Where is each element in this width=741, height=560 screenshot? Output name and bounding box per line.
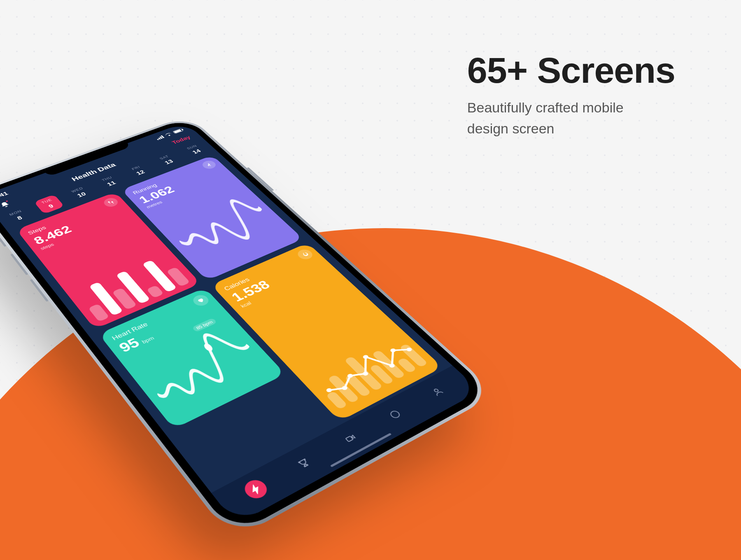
tab-profile[interactable] [423, 381, 452, 402]
steps-bar-chart [75, 254, 190, 322]
card-title: Heart Rate [110, 296, 207, 342]
signal-icon [155, 135, 164, 140]
trophy-icon [296, 457, 312, 470]
card-value: 95 [117, 336, 142, 355]
day-fri[interactable]: FRI12 [124, 161, 154, 180]
svg-point-0 [203, 343, 214, 352]
svg-point-11 [433, 389, 439, 392]
tab-activity[interactable] [240, 477, 271, 502]
card-heart-rate[interactable]: Heart Rate 95 bpm 85 bpm [98, 287, 285, 429]
peak-label: 85 bpm [191, 318, 217, 332]
subhead: Beautifully crafted mobile design screen [467, 97, 675, 139]
marketing-copy: 65+ Screens Beautifully crafted mobile d… [467, 49, 675, 139]
canvas: 65+ Screens Beautifully crafted mobile d… [0, 0, 741, 560]
calories-combo-chart [305, 331, 431, 413]
svg-point-5 [362, 354, 369, 359]
day-mon[interactable]: MON8 [2, 206, 33, 226]
phone-scene: 9:41 Health Da [62, 25, 350, 544]
heart-icon [190, 293, 211, 308]
day-wed[interactable]: WED10 [65, 183, 95, 203]
headline: 65+ Screens [467, 49, 675, 91]
wifi-icon [164, 132, 173, 137]
svg-point-10 [389, 410, 401, 419]
svg-point-8 [405, 347, 413, 352]
user-icon [430, 386, 445, 397]
card-unit: bpm [140, 335, 155, 345]
heart-line-chart: 85 bpm [128, 316, 274, 420]
bolt-icon [247, 483, 264, 496]
svg-rect-9 [346, 436, 353, 442]
tab-trophy[interactable] [289, 451, 319, 475]
day-sun[interactable]: SUN14 [180, 141, 210, 159]
day-sat[interactable]: SAT13 [152, 151, 182, 169]
svg-point-1 [325, 387, 333, 393]
battery-icon [172, 128, 183, 134]
svg-point-2 [341, 385, 349, 391]
tab-star[interactable] [380, 404, 410, 425]
day-tue[interactable]: TUE9 [34, 194, 64, 214]
svg-point-4 [362, 371, 369, 376]
tab-video[interactable] [336, 427, 365, 450]
star-badge-icon [387, 408, 403, 420]
svg-point-6 [388, 363, 396, 369]
svg-point-3 [346, 373, 354, 378]
video-icon [343, 432, 359, 444]
day-thu[interactable]: THU11 [95, 172, 125, 191]
svg-point-7 [389, 348, 397, 353]
